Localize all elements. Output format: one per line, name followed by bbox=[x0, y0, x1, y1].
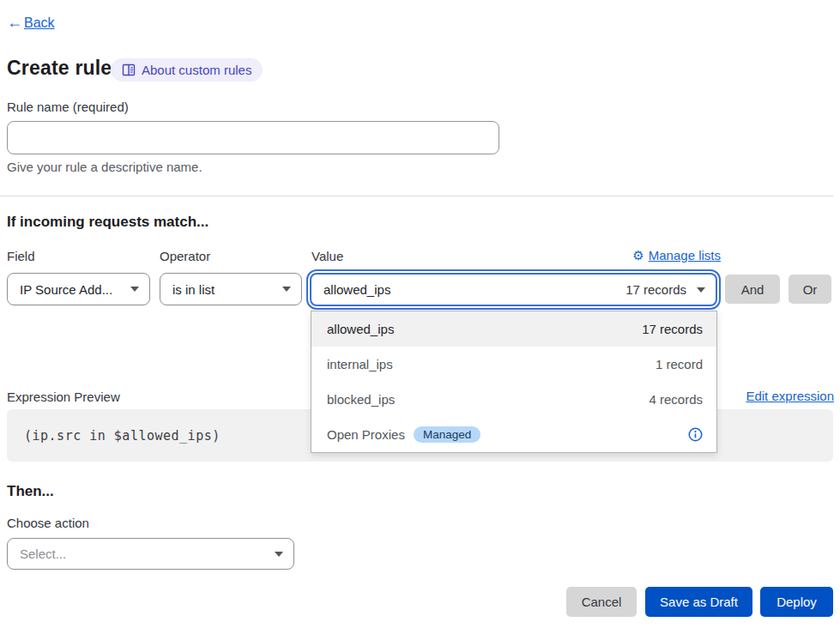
and-button[interactable]: And bbox=[725, 275, 780, 304]
back-link[interactable]: ← Back bbox=[7, 14, 55, 32]
list-item-name: blocked_ips bbox=[327, 392, 649, 407]
chevron-down-icon bbox=[130, 287, 139, 292]
value-label: Value bbox=[311, 249, 343, 263]
operator-select-value: is in list bbox=[172, 282, 275, 297]
about-custom-rules-link[interactable]: About custom rules bbox=[111, 58, 263, 82]
field-select[interactable]: IP Source Add... bbox=[7, 273, 150, 305]
chevron-down-icon bbox=[697, 287, 705, 293]
match-section-heading: If incoming requests match... bbox=[7, 214, 208, 231]
list-item-name: Open Proxies bbox=[327, 427, 405, 442]
value-select-count: 17 records bbox=[625, 282, 686, 297]
expression-code: (ip.src in $allowed_ips) bbox=[24, 428, 221, 444]
managed-badge: Managed bbox=[414, 426, 480, 443]
field-label: Field bbox=[7, 249, 35, 263]
chevron-down-icon bbox=[282, 287, 291, 292]
operator-select[interactable]: is in list bbox=[160, 273, 302, 305]
rule-name-label: Rule name (required) bbox=[7, 100, 129, 114]
back-link-label: Back bbox=[24, 15, 55, 31]
about-custom-rules-label: About custom rules bbox=[142, 63, 251, 77]
field-select-value: IP Source Add... bbox=[20, 282, 124, 297]
save-as-draft-button[interactable]: Save as Draft bbox=[645, 587, 752, 617]
rule-name-input[interactable] bbox=[7, 121, 499, 154]
expression-preview-label: Expression Preview bbox=[7, 389, 120, 404]
value-select-name: allowed_ips bbox=[323, 282, 625, 297]
list-item-internal-ips[interactable]: internal_ips 1 record bbox=[311, 347, 716, 382]
rule-name-helper: Give your rule a descriptive name. bbox=[7, 160, 202, 174]
back-arrow-icon: ← bbox=[7, 14, 22, 32]
choose-action-label: Choose action bbox=[7, 516, 89, 530]
action-select[interactable]: Select... bbox=[7, 538, 294, 570]
book-icon bbox=[122, 63, 136, 76]
list-item-count: 4 records bbox=[649, 392, 703, 407]
list-item-count: 17 records bbox=[642, 322, 703, 336]
or-button[interactable]: Or bbox=[789, 275, 831, 304]
info-icon[interactable] bbox=[688, 427, 703, 442]
operator-label: Operator bbox=[160, 249, 210, 263]
create-rule-page: ← Back Create rule About custom rules Ru… bbox=[0, 0, 840, 634]
list-item-allowed-ips[interactable]: allowed_ips 17 records bbox=[311, 311, 716, 347]
gear-icon: ⚙ bbox=[632, 249, 644, 262]
list-item-blocked-ips[interactable]: blocked_ips 4 records bbox=[311, 382, 716, 417]
section-divider bbox=[0, 196, 833, 196]
cancel-button[interactable]: Cancel bbox=[566, 587, 637, 617]
value-select[interactable]: allowed_ips 17 records bbox=[310, 273, 717, 306]
page-title: Create rule bbox=[7, 57, 112, 80]
list-item-count: 1 record bbox=[656, 357, 703, 371]
edit-expression-link[interactable]: Edit expression bbox=[746, 389, 834, 403]
manage-lists-label: Manage lists bbox=[649, 248, 721, 263]
chevron-down-icon bbox=[275, 552, 283, 557]
list-item-name: internal_ips bbox=[327, 357, 656, 371]
then-section-heading: Then... bbox=[7, 483, 54, 500]
list-item-name: allowed_ips bbox=[327, 322, 642, 336]
manage-lists-link[interactable]: ⚙ Manage lists bbox=[632, 248, 721, 263]
action-select-placeholder: Select... bbox=[20, 546, 268, 561]
deploy-button[interactable]: Deploy bbox=[760, 587, 833, 617]
value-dropdown-panel: allowed_ips 17 records internal_ips 1 re… bbox=[311, 311, 717, 453]
list-item-open-proxies[interactable]: Open Proxies Managed bbox=[311, 417, 716, 452]
